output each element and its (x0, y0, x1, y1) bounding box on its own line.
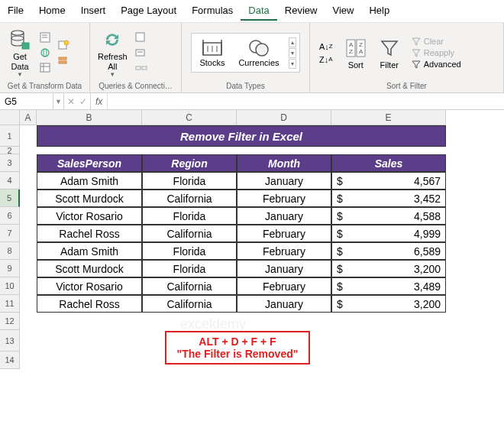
clear-filter-button[interactable]: Clear (409, 36, 463, 47)
advanced-filter-button[interactable]: Advanced (409, 59, 463, 70)
reapply-filter-button[interactable]: Reapply (409, 47, 463, 58)
row-header-2[interactable]: 2 (0, 147, 20, 154)
row-header-6[interactable]: 6 (0, 207, 20, 225)
from-web-button[interactable] (38, 46, 53, 60)
row-header-13[interactable]: 13 (0, 330, 20, 352)
name-box[interactable]: G5 (0, 93, 53, 109)
menu-data[interactable]: Data (241, 2, 276, 21)
row-header-4[interactable]: 4 (0, 172, 20, 190)
menu-insert[interactable]: Insert (73, 2, 114, 21)
cell-person[interactable]: Victor Rosario (37, 207, 142, 225)
cell-month[interactable]: February (237, 225, 331, 242)
row-header-14[interactable]: 14 (0, 352, 20, 369)
row-header-10[interactable]: 10 (0, 277, 20, 295)
queries-button[interactable] (134, 31, 149, 44)
cell-person[interactable]: Adam Smith (37, 242, 142, 260)
select-all-corner[interactable] (0, 110, 20, 125)
col-header-C[interactable]: C (142, 110, 237, 125)
row-header-12[interactable]: 12 (0, 313, 20, 330)
row-header-11[interactable]: 11 (0, 295, 20, 313)
name-box-dropdown[interactable]: ▼ (53, 93, 64, 109)
menu-view[interactable]: View (325, 2, 361, 21)
menu-formulas[interactable]: Formulas (184, 2, 241, 21)
from-text-button[interactable] (38, 31, 53, 44)
cell-person[interactable]: Rachel Ross (37, 295, 142, 313)
row-header-1[interactable]: 1 (0, 125, 20, 147)
cell-month[interactable]: January (237, 295, 331, 313)
edit-links-button[interactable] (134, 61, 149, 75)
sort-asc-button[interactable]: A↓Z (316, 41, 336, 53)
cell-region[interactable]: California (142, 225, 237, 242)
gallery-up-icon[interactable]: ▴ (289, 37, 296, 47)
cell-person[interactable]: Scott Murdock (37, 260, 142, 277)
cell-sales[interactable]: $4,588 (331, 207, 446, 225)
stocks-button[interactable]: Stocks (195, 37, 229, 69)
col-header-E[interactable]: E (331, 110, 446, 125)
sort-button[interactable]: AZZA Sort (341, 34, 371, 71)
menu-home[interactable]: Home (31, 2, 73, 21)
existing-connections-button[interactable] (57, 53, 72, 67)
gallery-down-icon[interactable]: ▾ (289, 48, 296, 58)
currencies-button[interactable]: Currencies (234, 37, 283, 69)
cell-region[interactable]: California (142, 277, 237, 295)
cell-region[interactable]: Florida (142, 172, 237, 190)
cell-sales[interactable]: $4,999 (331, 225, 446, 242)
cell-person[interactable]: Scott Murdock (37, 190, 142, 207)
cell-sales[interactable]: $6,589 (331, 242, 446, 260)
cell-sales[interactable]: $3,200 (331, 295, 446, 313)
gallery-more-icon[interactable]: ▾ (289, 59, 296, 69)
properties-button[interactable] (134, 46, 149, 60)
row-header-9[interactable]: 9 (0, 260, 20, 277)
svg-point-27 (256, 44, 268, 56)
cell-person[interactable]: Rachel Ross (37, 225, 142, 242)
cell-region[interactable]: California (142, 190, 237, 207)
reapply-icon (411, 48, 422, 57)
fx-icon[interactable]: fx (91, 93, 108, 109)
row-header-7[interactable]: 7 (0, 225, 20, 242)
col-header-B[interactable]: B (37, 110, 142, 125)
cell-month[interactable]: February (237, 277, 331, 295)
get-data-button[interactable]: Get Data ▼ (5, 26, 35, 79)
cell-sales[interactable]: $3,200 (331, 260, 446, 277)
recent-sources-button[interactable] (57, 38, 72, 52)
col-header-D[interactable]: D (237, 110, 331, 125)
menu-review[interactable]: Review (277, 2, 325, 21)
cell-region[interactable]: Florida (142, 207, 237, 225)
callout-shortcut: ALT + D + F + F (176, 335, 299, 348)
filter-label: Filter (380, 60, 399, 70)
cell-sales[interactable]: $3,489 (331, 277, 446, 295)
database-icon (8, 28, 32, 52)
cell-month[interactable]: January (237, 172, 331, 190)
col-header-A[interactable]: A (20, 110, 37, 125)
formula-input[interactable] (108, 93, 504, 109)
svg-rect-14 (59, 61, 66, 63)
menu-help[interactable]: Help (361, 2, 397, 21)
cell-person[interactable]: Victor Rosario (37, 277, 142, 295)
cell-person[interactable]: Adam Smith (37, 172, 142, 190)
cell-month[interactable]: February (237, 190, 331, 207)
sort-desc-button[interactable]: Z↓A (316, 53, 336, 66)
cell-month[interactable]: February (237, 242, 331, 260)
enter-formula-icon[interactable]: ✓ (79, 96, 87, 107)
svg-text:Z: Z (359, 41, 363, 48)
cancel-formula-icon[interactable]: ✕ (67, 96, 75, 107)
cell-sales[interactable]: $4,567 (331, 172, 446, 190)
cell-sales[interactable]: $3,452 (331, 190, 446, 207)
row-header-3[interactable]: 3 (0, 154, 20, 172)
table-row: Adam Smith Florida February $6,589 (20, 242, 504, 260)
menu-file[interactable]: File (0, 2, 31, 21)
cell-region[interactable]: Florida (142, 260, 237, 277)
cell-month[interactable]: January (237, 207, 331, 225)
header-salesperson: SalesPerson (37, 154, 142, 172)
cell-region[interactable]: Florida (142, 242, 237, 260)
svg-point-0 (11, 31, 24, 35)
cell-month[interactable]: January (237, 260, 331, 277)
filter-button[interactable]: Filter (374, 34, 405, 71)
sort-label: Sort (348, 60, 363, 70)
row-header-5[interactable]: 5 (0, 190, 20, 207)
refresh-all-button[interactable]: Refresh All ▼ (95, 26, 131, 79)
row-header-8[interactable]: 8 (0, 242, 20, 260)
menu-page-layout[interactable]: Page Layout (113, 2, 184, 21)
from-table-button[interactable] (38, 61, 53, 75)
cell-region[interactable]: California (142, 295, 237, 313)
